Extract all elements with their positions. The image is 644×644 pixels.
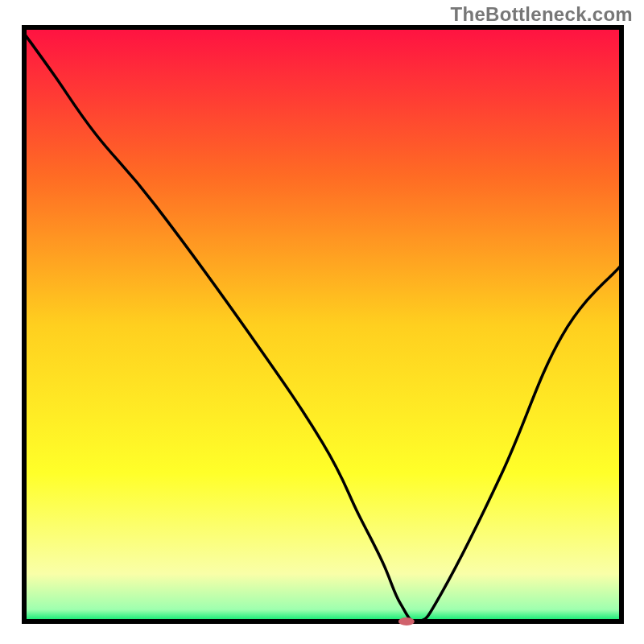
gradient-background — [24, 27, 621, 621]
chart-container: TheBottleneck.com — [0, 0, 644, 644]
bottleneck-plot — [0, 0, 644, 644]
optimal-point-marker — [398, 617, 415, 625]
